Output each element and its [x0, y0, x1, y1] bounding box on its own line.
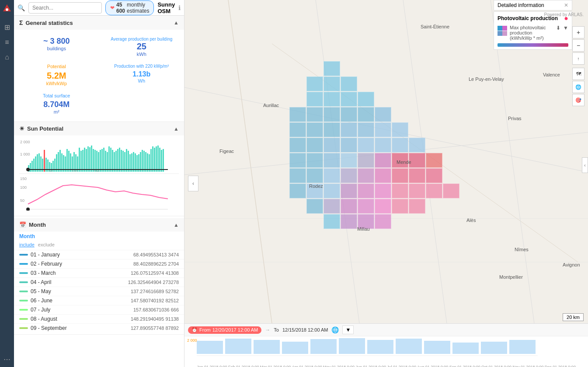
month-name-wrap-07: 07 - July: [19, 307, 50, 313]
svg-rect-33: [82, 150, 84, 172]
timeline-dropdown-button[interactable]: ▼: [342, 325, 354, 334]
x-label-jun: Jun 01 2018 0:00: [355, 365, 386, 367]
x-label-mar: Mar 01 2018 0:00: [260, 365, 291, 367]
month-name-09: 09 - September: [31, 325, 67, 331]
hmap-cell-30: [289, 107, 306, 122]
info-icon[interactable]: ℹ: [178, 4, 181, 11]
target-button[interactable]: 🎯: [572, 94, 585, 106]
collapse-sun-icon[interactable]: ▲: [174, 126, 179, 132]
map-style-button[interactable]: 🗺: [572, 68, 585, 80]
hmap-cell-24: [358, 92, 374, 107]
month-row-01: 01 - January 68.4949553413 3474: [14, 250, 184, 259]
month-row-05: 05 - May 137.274616689 52782: [14, 287, 184, 296]
hmap-cell-53: [341, 138, 357, 152]
month-name-02: 02 - February: [31, 261, 62, 267]
place-mende: Mende: [397, 159, 411, 165]
month-color-08: [19, 318, 28, 320]
legend-download-icon[interactable]: ⬇: [556, 25, 560, 31]
heatmap-grid: [289, 61, 459, 229]
hmap-cell-16: [392, 76, 408, 91]
hmap-cell-71: [306, 168, 323, 183]
timeline-header: ⏰ From 12/20/2017 12:00 AM → To 12/15/20…: [184, 324, 588, 336]
svg-rect-79: [163, 149, 164, 172]
hmap-cell-55: [375, 138, 391, 152]
potential-stat: Potential 5.2M kWh/kWp: [14, 60, 99, 90]
north-button[interactable]: ↑: [572, 52, 585, 65]
svg-rect-56: [122, 151, 124, 172]
legend-chevron-icon[interactable]: ▼: [563, 25, 568, 31]
hmap-cell-108: [426, 214, 442, 229]
hmap-cell-26: [392, 92, 408, 107]
surface-unit: m²: [21, 109, 92, 114]
hmap-cell-18: [426, 76, 442, 91]
hmap-cell-79: [443, 168, 459, 183]
hmap-cell-41: [306, 122, 323, 137]
globe-button[interactable]: 🌐: [572, 81, 585, 93]
surface-stat: Total surface 8.704M m²: [14, 90, 99, 118]
hmap-cell-94: [358, 199, 374, 214]
month-value-02: 88.4028896225 2704: [133, 261, 179, 267]
hmap-cell-21: [306, 92, 323, 107]
zoom-in-button[interactable]: +: [572, 26, 585, 38]
exclude-button[interactable]: exclude: [38, 242, 55, 247]
hmap-cell-73: [341, 168, 357, 183]
hmap-cell-6: [392, 61, 408, 76]
hmap-cell-90: [289, 199, 306, 214]
from-label: From: [199, 327, 211, 332]
hmap-cell-43: [341, 122, 357, 137]
detail-close-icon[interactable]: ✕: [564, 2, 568, 8]
collapse-general-icon[interactable]: ▲: [174, 20, 179, 26]
time-from-badge: ⏰ From 12/20/2017 12:00 AM: [188, 326, 261, 334]
svg-rect-59: [128, 151, 129, 172]
timeline-x-labels: Jan 01 2018 0:00 Feb 01 2018 0:00 Mar 01…: [184, 365, 588, 367]
analytics-icon[interactable]: ≡: [5, 38, 9, 46]
hmap-cell-67: [409, 153, 425, 168]
hmap-cell-77: [409, 168, 425, 183]
production-value: 1.13b: [106, 70, 177, 78]
hmap-cell-86: [392, 184, 408, 198]
svg-rect-49: [110, 148, 111, 172]
month-value-04: 126.325464904 273278: [128, 280, 179, 285]
hmap-cell-29: [443, 92, 459, 107]
hmap-cell-5: [375, 61, 391, 76]
hmap-cell-68: [426, 153, 442, 168]
month-row-04: 04 - April 126.325464904 273278: [14, 277, 184, 287]
hmap-cell-84: [358, 184, 374, 198]
zoom-out-button[interactable]: −: [572, 39, 585, 52]
buildings-icon[interactable]: ⌂: [5, 53, 9, 61]
left-panel: 🔍 ❤ 45 600 monthly estimates Sunny OSM ℹ…: [14, 0, 184, 367]
svg-rect-45: [103, 148, 104, 172]
svg-rect-67: [142, 150, 143, 172]
more-icon[interactable]: ⋯: [3, 355, 10, 364]
hmap-cell-107: [409, 214, 425, 229]
svg-rect-38: [91, 145, 92, 172]
search-input[interactable]: [28, 2, 102, 14]
map-left-arrow-button[interactable]: ‹: [188, 176, 198, 191]
month-header: 📅 Month ▲: [14, 218, 184, 232]
hmap-cell-32: [324, 107, 340, 122]
svg-rect-43: [100, 150, 101, 172]
hmap-cell-45: [375, 122, 391, 137]
svg-rect-26: [70, 153, 71, 172]
month-name-wrap-01: 01 - January: [19, 252, 60, 258]
right-panel-collapse-button[interactable]: ‹: [582, 157, 588, 173]
hmap-cell-56: [392, 138, 408, 152]
month-name-05: 05 - May: [31, 288, 51, 294]
include-button[interactable]: include: [19, 242, 35, 247]
collapse-month-icon[interactable]: ▲: [174, 222, 179, 228]
hmap-cell-92: [324, 199, 340, 214]
month-value-06: 147.580740192 82512: [131, 298, 179, 303]
legend-item-label: Max photovoltaic production (kWh/kWp * m…: [510, 25, 553, 41]
layers-icon[interactable]: ⊞: [4, 23, 10, 31]
search-icon: 🔍: [17, 4, 25, 11]
timeline-y-label: 2 000: [187, 338, 197, 343]
general-statistics-title: Σ General statistics: [19, 19, 73, 26]
hmap-cell-80: [289, 184, 306, 198]
hmap-cell-33: [341, 107, 357, 122]
svg-rect-55: [121, 150, 122, 172]
logo-icon[interactable]: [2, 3, 12, 14]
x-label-oct: Oct 01 2018 0:00: [481, 365, 511, 367]
line-chart-svg: Jan 01 2018 00:00 Apr 01 2018 00:00 Jul …: [19, 176, 168, 211]
place-millau: Millau: [357, 226, 370, 232]
globe-time-icon[interactable]: 🌐: [331, 326, 339, 333]
